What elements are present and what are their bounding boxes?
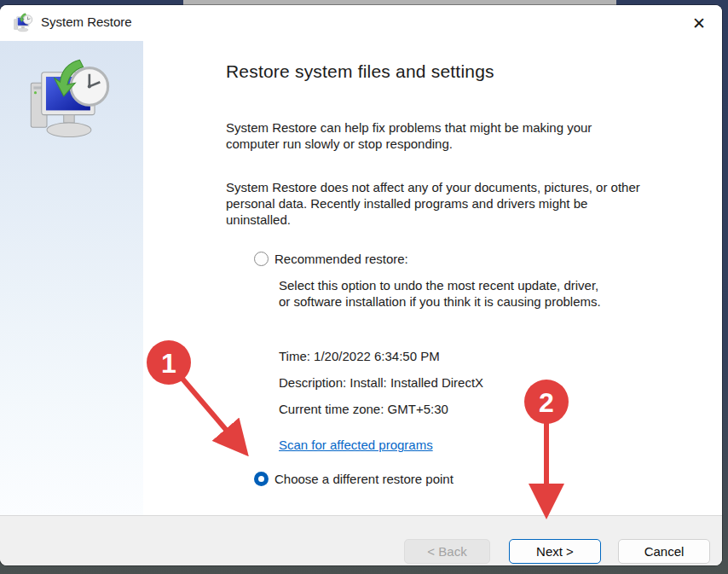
recommended-restore-option[interactable]: Recommended restore: bbox=[254, 252, 408, 266]
page-title: Restore system files and settings bbox=[226, 61, 494, 82]
window-title: System Restore bbox=[41, 14, 132, 29]
cancel-button[interactable]: Cancel bbox=[618, 539, 710, 564]
wizard-content: Restore system files and settings System… bbox=[143, 41, 722, 515]
scan-affected-programs-link[interactable]: Scan for affected programs bbox=[279, 438, 433, 452]
choose-different-restore-option[interactable]: Choose a different restore point bbox=[254, 472, 454, 486]
recommended-restore-description: Select this option to undo the most rece… bbox=[279, 277, 601, 310]
system-restore-icon bbox=[12, 12, 34, 34]
wizard-footer: < Back Next > Cancel bbox=[0, 515, 722, 565]
radio-unselected-icon[interactable] bbox=[254, 252, 269, 266]
safety-paragraph: System Restore does not affect any of yo… bbox=[226, 179, 640, 228]
next-button[interactable]: Next > bbox=[509, 539, 601, 564]
restore-point-timezone: Current time zone: GMT+5:30 bbox=[279, 402, 448, 416]
titlebar[interactable]: System Restore ✕ bbox=[0, 5, 722, 41]
recommended-restore-label: Recommended restore: bbox=[274, 252, 408, 266]
back-button[interactable]: < Back bbox=[404, 539, 490, 564]
intro-paragraph: System Restore can help fix problems tha… bbox=[226, 119, 592, 152]
radio-selected-icon[interactable] bbox=[254, 472, 269, 486]
restore-point-description: Description: Install: Installed DirectX bbox=[279, 375, 483, 390]
restore-point-time: Time: 1/20/2022 6:34:50 PM bbox=[279, 349, 440, 363]
close-icon[interactable]: ✕ bbox=[686, 10, 712, 36]
system-restore-illustration-icon bbox=[24, 55, 116, 147]
system-restore-window: System Restore ✕ Restore system fil bbox=[0, 5, 722, 565]
wizard-sidebar bbox=[0, 41, 143, 515]
choose-different-restore-label: Choose a different restore point bbox=[274, 472, 454, 486]
